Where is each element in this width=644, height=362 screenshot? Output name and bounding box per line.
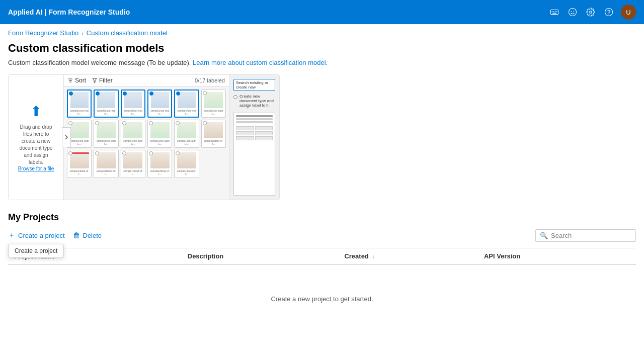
- doc-thumb-15[interactable]: sample1/lbeid-of-l...: [121, 150, 145, 178]
- doc-thumb-11[interactable]: sample1/lco-authC...: [174, 120, 199, 148]
- doc-thumb-5[interactable]: sample1/car-main...: [174, 89, 199, 118]
- doc-thumb-9[interactable]: sample1/lco-authC...: [121, 120, 145, 148]
- create-project-tooltip: Create a project: [8, 244, 64, 258]
- breadcrumb-home[interactable]: Form Recognizer Studio: [8, 29, 78, 37]
- projects-search-input[interactable]: [551, 232, 631, 239]
- document-thumbnails: sample1/car-main... sample1/car-main... …: [64, 86, 229, 181]
- demo-upload-panel: ⬆ Drag and drop files here to create a n…: [9, 75, 64, 200]
- doc-thumb-1[interactable]: sample1/car-main...: [67, 89, 92, 118]
- projects-table: Project name Description Created ↓ API V…: [8, 248, 636, 265]
- svg-point-9: [590, 11, 592, 14]
- svg-rect-2: [553, 12, 554, 13]
- settings-icon[interactable]: [585, 6, 597, 18]
- projects-search-box: 🔍: [535, 229, 636, 242]
- svg-point-11: [608, 14, 609, 15]
- demo-toolbar: Sort Filter 0/17 labeled: [64, 75, 229, 86]
- svg-point-8: [574, 11, 575, 12]
- col-created[interactable]: Created ↓: [338, 248, 478, 264]
- demo-illustration: ⬆ Drag and drop files here to create a n…: [8, 74, 280, 200]
- emoji-icon[interactable]: [567, 6, 579, 18]
- delete-button[interactable]: 🗑 Delete: [73, 229, 102, 241]
- preview-line-3: [236, 121, 273, 123]
- preview-cell-4: [255, 131, 273, 135]
- empty-state-message: Create a new project to get started.: [8, 265, 636, 333]
- svg-point-10: [605, 9, 613, 16]
- projects-actions: ＋ Create a project Create a project 🗑 De…: [8, 229, 102, 242]
- delete-icon: 🗑: [73, 231, 80, 239]
- expand-panel-button[interactable]: [62, 127, 71, 147]
- doc-thumb-16[interactable]: sample1/lbeid-of-l...: [147, 150, 172, 178]
- browse-link[interactable]: Browse for a file: [18, 166, 54, 171]
- keyboard-icon[interactable]: [548, 6, 560, 18]
- doc-thumb-17[interactable]: sample1/lbeid-of-l...: [174, 150, 199, 178]
- sort-icon: ↓: [372, 254, 375, 259]
- svg-marker-15: [93, 78, 97, 82]
- doc-thumb-6[interactable]: sample1/lco-authC...: [201, 89, 226, 118]
- help-icon[interactable]: [603, 6, 615, 18]
- breadcrumb-current[interactable]: Custom classification model: [87, 29, 168, 37]
- page-title: Custom classification models: [8, 42, 636, 55]
- preview-line-2: [236, 118, 273, 120]
- doc-thumb-10[interactable]: sample1/lco-authC...: [147, 120, 172, 148]
- projects-toolbar: ＋ Create a project Create a project 🗑 De…: [8, 229, 636, 242]
- upload-icon: ⬆: [30, 103, 42, 120]
- demo-search-field[interactable]: Search existing or create new: [233, 79, 275, 91]
- plus-icon: ＋: [8, 231, 15, 240]
- svg-rect-4: [556, 12, 557, 13]
- preview-cell-3: [236, 131, 254, 135]
- doc-thumb-12[interactable]: sample1/lbeid-of-l...: [201, 120, 226, 148]
- filter-button[interactable]: Filter: [92, 77, 113, 84]
- preview-line-1: [236, 115, 273, 117]
- col-description[interactable]: Description: [182, 248, 339, 264]
- svg-rect-5: [552, 13, 556, 14]
- page-content: Custom classification models Custom clas…: [0, 42, 644, 341]
- preview-cell-2: [255, 126, 273, 130]
- demo-option-1[interactable]: Create new document type and assign labe…: [233, 94, 275, 108]
- svg-rect-3: [555, 12, 556, 13]
- header: Applied AI | Form Recognizer Studio U: [0, 0, 644, 24]
- learn-more-link[interactable]: Learn more about custom classification m…: [193, 59, 328, 66]
- user-avatar[interactable]: U: [621, 5, 636, 20]
- preview-cell-6: [255, 136, 273, 140]
- breadcrumb-separator: ›: [82, 30, 84, 36]
- svg-point-6: [569, 9, 577, 16]
- breadcrumb: Form Recognizer Studio › Custom classifi…: [0, 24, 644, 42]
- doc-thumb-4[interactable]: sample1/car-main...: [147, 89, 172, 118]
- demo-document-grid: Sort Filter 0/17 labeled sample1/car-mai…: [64, 75, 229, 200]
- doc-thumb-14[interactable]: sample1/lbeid-of-l...: [94, 150, 118, 178]
- demo-preview: [233, 113, 275, 196]
- table-header-row: Project name Description Created ↓ API V…: [8, 248, 636, 264]
- preview-table: [236, 126, 273, 140]
- create-project-button[interactable]: ＋ Create a project Create a project: [8, 229, 65, 242]
- doc-thumb-3[interactable]: sample1/car-main...: [121, 89, 145, 118]
- preview-cell-5: [236, 136, 254, 140]
- search-icon: 🔍: [540, 232, 548, 239]
- preview-cell-1: [236, 126, 254, 130]
- header-actions: U: [548, 5, 636, 20]
- doc-thumb-8[interactable]: sample1/lco-authC...: [94, 120, 118, 148]
- projects-section-title: My Projects: [8, 212, 636, 223]
- sort-button[interactable]: Sort: [68, 77, 86, 84]
- upload-text: Drag and drop files here to create a new…: [17, 124, 55, 166]
- svg-point-7: [571, 11, 572, 12]
- col-api-version[interactable]: API Version: [478, 248, 636, 264]
- demo-right-panel: Search existing or create new Create new…: [229, 75, 279, 200]
- svg-rect-1: [552, 12, 553, 13]
- doc-thumb-2[interactable]: sample1/car-main...: [94, 89, 118, 118]
- app-title: Applied AI | Form Recognizer Studio: [8, 8, 130, 16]
- labeled-count: 0/17 labeled: [195, 77, 225, 83]
- doc-thumb-13[interactable]: sample1/lbeid-of-l...: [67, 150, 92, 178]
- page-description: Custom classification model welcome mess…: [8, 59, 636, 66]
